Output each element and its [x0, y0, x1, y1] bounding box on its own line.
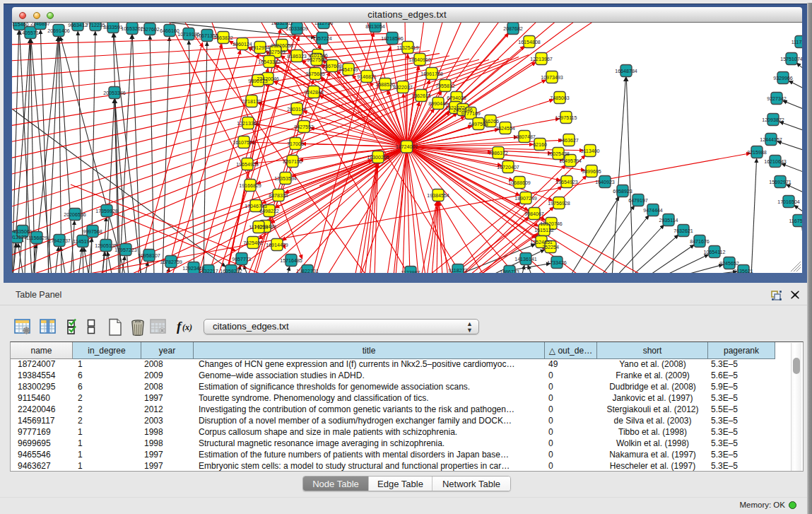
svg-text:10120746: 10120746 — [540, 221, 563, 227]
svg-text:1112756: 1112756 — [314, 23, 334, 26]
svg-text:8960124: 8960124 — [233, 42, 252, 47]
svg-text:7712235: 7712235 — [86, 23, 105, 28]
svg-text:2246857: 2246857 — [30, 23, 50, 27]
svg-text:12905135: 12905135 — [95, 243, 117, 249]
svg-text:9327503: 9327503 — [266, 49, 286, 55]
svg-text:252254: 252254 — [542, 245, 559, 250]
svg-text:16107553: 16107553 — [233, 140, 255, 146]
svg-text:16914479: 16914479 — [266, 243, 288, 248]
svg-text:18907249: 18907249 — [514, 196, 537, 201]
svg-text:15692971: 15692971 — [769, 180, 792, 185]
svg-text:1123987: 1123987 — [401, 270, 420, 273]
svg-text:15751074: 15751074 — [780, 57, 802, 62]
svg-text:7485063: 7485063 — [550, 95, 570, 101]
svg-text:19756928: 19756928 — [548, 201, 570, 206]
svg-text:20206536: 20206536 — [64, 212, 86, 218]
svg-text:16033809: 16033809 — [286, 26, 308, 32]
svg-text:3113400: 3113400 — [580, 148, 599, 154]
svg-text:19166829: 19166829 — [239, 183, 261, 189]
svg-text:2718170: 2718170 — [242, 99, 261, 105]
svg-text:1733426: 1733426 — [547, 260, 567, 266]
svg-text:9118273: 9118273 — [448, 268, 467, 273]
svg-text:1527602: 1527602 — [140, 27, 160, 33]
svg-text:9227342: 9227342 — [767, 96, 787, 102]
svg-text:19654925: 19654925 — [236, 162, 259, 168]
svg-text:8322037: 8322037 — [393, 85, 413, 90]
svg-text:16495794: 16495794 — [559, 158, 582, 164]
svg-text:16154808: 16154808 — [518, 40, 541, 45]
svg-text:1145194: 1145194 — [73, 239, 92, 245]
svg-text:8878334: 8878334 — [269, 193, 288, 199]
svg-text:1640923: 1640923 — [595, 180, 615, 185]
svg-text:717006: 717006 — [287, 141, 304, 147]
svg-text:1171234: 1171234 — [249, 225, 268, 230]
svg-text:f: f — [177, 319, 182, 334]
svg-text:12975115: 12975115 — [555, 115, 577, 121]
svg-text:11325419: 11325419 — [396, 45, 418, 51]
svg-text:9777169: 9777169 — [461, 111, 481, 117]
svg-text:9115460: 9115460 — [12, 23, 29, 28]
svg-text:18300295: 18300295 — [367, 155, 389, 160]
svg-text:17957223: 17957223 — [114, 247, 137, 253]
svg-text:9463627: 9463627 — [559, 138, 579, 144]
svg-text:8267150: 8267150 — [283, 159, 302, 165]
svg-text:9890123: 9890123 — [248, 78, 268, 84]
svg-text:9084067: 9084067 — [524, 211, 544, 217]
svg-text:1362615: 1362615 — [411, 93, 431, 99]
svg-text:1615132: 1615132 — [534, 228, 554, 233]
svg-text:10973493: 10973493 — [541, 75, 563, 81]
svg-text:12444157: 12444157 — [760, 137, 782, 143]
svg-text:8215988: 8215988 — [747, 150, 767, 156]
svg-text:9327508: 9327508 — [307, 57, 326, 63]
svg-text:8813054: 8813054 — [365, 24, 385, 30]
svg-text:7632621: 7632621 — [673, 228, 693, 234]
svg-text:12213363: 12213363 — [237, 121, 259, 127]
svg-text:19218506: 19218506 — [381, 36, 404, 42]
svg-text:6958923: 6958923 — [613, 189, 632, 194]
svg-text:12093872: 12093872 — [762, 117, 784, 123]
svg-text:1117352: 1117352 — [792, 40, 802, 45]
svg-text:8833591: 8833591 — [103, 25, 123, 30]
svg-text:9135621: 9135621 — [734, 269, 753, 273]
svg-text:7625402: 7625402 — [243, 240, 263, 246]
svg-text:10807487: 10807487 — [513, 134, 536, 140]
svg-text:16543382: 16543382 — [258, 59, 281, 65]
svg-text:9657771: 9657771 — [232, 257, 252, 262]
svg-text:16210643: 16210643 — [764, 159, 787, 165]
svg-text:3913123: 3913123 — [12, 235, 27, 240]
svg-text:6498222: 6498222 — [259, 209, 279, 214]
svg-text:8186323: 8186323 — [287, 54, 307, 59]
svg-text:19384554: 19384554 — [427, 193, 449, 199]
svg-text:14055714: 14055714 — [19, 30, 42, 36]
svg-text:18640910: 18640910 — [408, 57, 431, 63]
svg-text:3624554: 3624554 — [495, 126, 515, 132]
svg-text:9242848: 9242848 — [304, 90, 324, 95]
svg-text:2803144: 2803144 — [287, 107, 307, 112]
svg-text:16782759: 16782759 — [160, 259, 182, 265]
svg-text:19822731: 19822731 — [296, 269, 319, 273]
svg-text:16961758: 16961758 — [420, 71, 443, 77]
svg-text:20691406: 20691406 — [47, 28, 70, 34]
svg-text:3675685: 3675685 — [305, 71, 325, 77]
svg-text:19654923: 19654923 — [555, 180, 578, 185]
svg-text:1632217: 1632217 — [199, 269, 218, 273]
svg-text:17942737: 17942737 — [48, 238, 71, 244]
svg-text:10025438: 10025438 — [547, 151, 570, 157]
svg-text:62160: 62160 — [533, 142, 547, 148]
svg-text:18724007: 18724007 — [396, 144, 418, 150]
svg-text:2087682: 2087682 — [503, 26, 523, 32]
svg-text:9663412: 9663412 — [68, 23, 88, 28]
svg-text:7357224: 7357224 — [312, 36, 332, 42]
svg-text:8471676: 8471676 — [690, 239, 710, 245]
svg-text:(x): (x) — [182, 322, 192, 332]
svg-text:14136141: 14136141 — [514, 257, 537, 262]
svg-text:10958107: 10958107 — [138, 253, 160, 259]
svg-text:6466160: 6466160 — [160, 28, 180, 34]
svg-text:1167533: 1167533 — [789, 218, 802, 224]
svg-text:15720407: 15720407 — [497, 165, 519, 170]
svg-text:9329966: 9329966 — [773, 76, 793, 81]
svg-text:746266: 746266 — [482, 119, 499, 124]
svg-text:23226058: 23226058 — [271, 43, 293, 49]
svg-text:17359928: 17359928 — [95, 209, 118, 214]
svg-text:9474444: 9474444 — [643, 208, 663, 214]
